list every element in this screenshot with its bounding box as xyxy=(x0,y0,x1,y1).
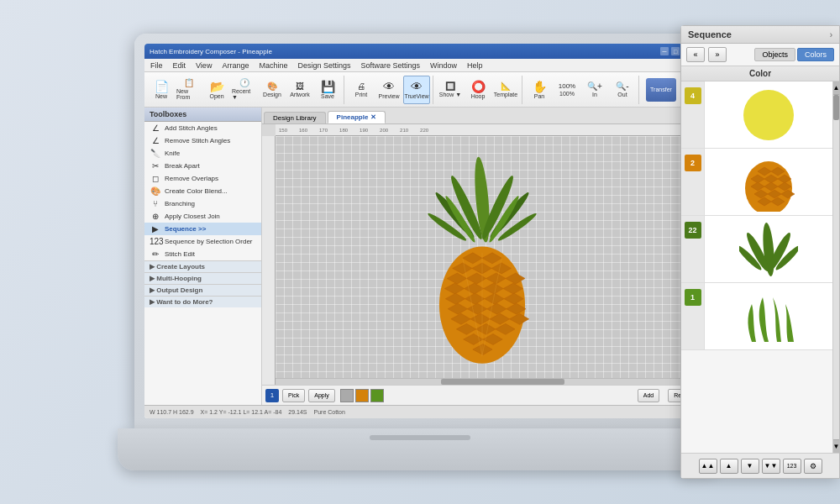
template-button[interactable]: 📐Template xyxy=(492,76,519,104)
add-button[interactable]: Add xyxy=(638,389,659,402)
sequence-nav-forward-button[interactable]: » xyxy=(708,47,727,62)
hoop-button[interactable]: ⭕Hoop xyxy=(465,76,491,104)
color-item-22[interactable]: 22 xyxy=(681,216,832,283)
pineapple-design xyxy=(407,153,558,371)
toolbox-header: Toolboxes xyxy=(144,108,261,122)
menu-window[interactable]: Window xyxy=(428,61,459,70)
num-badge: 1 xyxy=(265,389,279,402)
color-number-4: 4 xyxy=(681,81,705,148)
menu-bar: File Edit View Arrange Machine Design Se… xyxy=(144,59,696,72)
zoom-display: 29.14S xyxy=(288,409,307,415)
recent-button[interactable]: 🕐Recent ▼ xyxy=(231,76,258,104)
apply-button[interactable]: Apply xyxy=(308,389,335,402)
design-button[interactable]: 🎨Design xyxy=(259,76,286,104)
menu-arrange[interactable]: Arrange xyxy=(219,61,251,70)
laptop-base xyxy=(118,428,722,470)
maximize-button[interactable]: □ xyxy=(671,47,680,55)
canvas-container[interactable]: 150 160 170 180 190 200 210 220 xyxy=(262,124,696,385)
print-button[interactable]: 🖨Print xyxy=(348,76,375,104)
color-item-2[interactable]: 2 xyxy=(681,149,832,216)
menu-view[interactable]: View xyxy=(193,61,214,70)
toolbox-item-remove-overlaps[interactable]: ◻ Remove Overlaps xyxy=(144,172,261,185)
new-from-button[interactable]: 📋New From xyxy=(176,76,202,104)
menu-design-settings[interactable]: Design Settings xyxy=(295,61,353,70)
material-display: Pure Cotton xyxy=(314,409,345,415)
zoom-100-button[interactable]: 100%100% xyxy=(554,76,580,104)
view-toolbar-group: 🖨Print 👁Preview 👁TrueView xyxy=(348,76,433,104)
main-content: Toolboxes ∠ Add Stitch Angles ∠ Remove S… xyxy=(144,108,696,405)
trueview-button[interactable]: 👁TrueView xyxy=(403,76,430,104)
color-item-4[interactable]: 4 xyxy=(681,81,832,149)
coordinates-display: X= 1.2 Y= -12.1 L= 12.1 A= -84 xyxy=(201,409,282,415)
toolbox-section-create-layouts[interactable]: ▶ Create Layouts xyxy=(144,260,261,272)
bottom-toolbar: 1 Pick Apply Add Rem xyxy=(262,385,696,405)
move-bottom-button[interactable]: ▼▼ xyxy=(762,459,780,474)
show-toolbar-group: 🔲Show ▼ ⭕Hoop 📐Template xyxy=(437,76,522,104)
move-top-button[interactable]: ▲▲ xyxy=(699,459,717,474)
new-button[interactable]: 📄New xyxy=(148,76,175,104)
save-button[interactable]: 💾Save xyxy=(314,76,341,104)
toolbox-item-apply-join[interactable]: ⊕ Apply Closest Join xyxy=(144,210,261,223)
sequence-panel-close-button[interactable]: › xyxy=(830,30,832,39)
toolbox-section-output-design[interactable]: ▶ Output Design xyxy=(144,284,261,296)
toolbox-item-knife[interactable]: 🔪 Knife xyxy=(144,147,261,160)
toolbox-item-break-apart[interactable]: ✂ Break Apart xyxy=(144,160,261,172)
color-swatch-1[interactable] xyxy=(340,389,354,402)
laptop-screen-bezel: Hatch Embroidery Composer - Pineapple ─ … xyxy=(134,34,706,428)
toolbox-item-color-blend[interactable]: 🎨 Create Color Blend... xyxy=(144,185,261,197)
zoom-in-button[interactable]: 🔍+In xyxy=(581,76,608,104)
show-button[interactable]: 🔲Show ▼ xyxy=(437,76,464,104)
toolbox-item-branching[interactable]: ⑂ Branching xyxy=(144,197,261,210)
sequence-order-icon: 123 xyxy=(150,237,161,246)
transfer-button[interactable]: Transfer xyxy=(646,78,676,102)
sequence-panel: Sequence › « » Objects Colors Color 4 xyxy=(680,25,840,479)
tab-pineapple[interactable]: Pineapple ✕ xyxy=(328,111,386,123)
toolbox-item-remove-stitch-angles[interactable]: ∠ Remove Stitch Angles xyxy=(144,134,261,147)
toolbox-item-add-stitch-angles[interactable]: ∠ Add Stitch Angles xyxy=(144,122,261,134)
artwork-button[interactable]: 🖼Artwork xyxy=(286,76,313,104)
order-number-button[interactable]: 123 xyxy=(783,459,801,474)
toolbox-section-want-more[interactable]: ▶ Want to do More? xyxy=(144,296,261,307)
color-header: Color xyxy=(681,66,839,81)
sequence-nav-row: « » Objects Colors xyxy=(681,44,839,66)
minimize-button[interactable]: ─ xyxy=(660,47,669,55)
menu-machine[interactable]: Machine xyxy=(256,61,290,70)
color-swatch-3[interactable] xyxy=(370,389,384,402)
preview-button[interactable]: 👁Preview xyxy=(375,76,402,104)
settings-button[interactable]: ⚙ xyxy=(804,459,822,474)
laptop-screen: Hatch Embroidery Composer - Pineapple ─ … xyxy=(144,44,696,418)
open-button[interactable]: 📂Open xyxy=(203,76,230,104)
color-preview-2 xyxy=(705,149,832,215)
color-swatch-2[interactable] xyxy=(355,389,369,402)
color-list: 4 2 xyxy=(681,81,832,453)
pick-button[interactable]: Pick xyxy=(282,389,305,402)
tab-design-library[interactable]: Design Library xyxy=(264,112,326,123)
color-item-1[interactable]: 1 xyxy=(681,283,832,350)
horizontal-scrollbar[interactable] xyxy=(276,378,689,385)
tab-colors[interactable]: Colors xyxy=(797,48,834,61)
toolbox-item-sequence[interactable]: ▶ Sequence >> xyxy=(144,223,261,235)
toolbox-list: ∠ Add Stitch Angles ∠ Remove Stitch Angl… xyxy=(144,122,261,405)
toolbox-item-sequence-order[interactable]: 123 Sequence by Selection Order xyxy=(144,235,261,248)
move-up-button[interactable]: ▲ xyxy=(720,459,738,474)
color-number-2: 2 xyxy=(681,149,705,215)
toolbox-item-stitch-edit[interactable]: ✏ Stitch Edit xyxy=(144,248,261,260)
zoom-out-button[interactable]: 🔍-Out xyxy=(609,76,636,104)
toolbox-section-multi-hooping[interactable]: ▶ Multi-Hooping xyxy=(144,272,261,284)
sequence-icon: ▶ xyxy=(150,224,161,234)
color-blend-icon: 🎨 xyxy=(150,186,161,196)
menu-file[interactable]: File xyxy=(148,61,165,70)
menu-edit[interactable]: Edit xyxy=(171,61,189,70)
color-number-1: 1 xyxy=(681,283,705,349)
sequence-nav-back-button[interactable]: « xyxy=(686,47,705,62)
svg-point-44 xyxy=(743,90,794,140)
pan-button[interactable]: ✋Pan xyxy=(526,76,553,104)
sequence-scrollbar[interactable]: ▲ ▼ xyxy=(832,81,839,453)
move-down-button[interactable]: ▼ xyxy=(741,459,759,474)
sequence-panel-title: Sequence xyxy=(688,29,732,39)
menu-help[interactable]: Help xyxy=(465,61,486,70)
main-toolbar: 📄New 📋New From 📂Open 🕐Recent ▼ 🎨Design 🖼… xyxy=(144,72,696,108)
tab-objects[interactable]: Objects xyxy=(754,48,795,61)
svg-point-59 xyxy=(761,222,776,276)
menu-software-settings[interactable]: Software Settings xyxy=(359,61,423,70)
